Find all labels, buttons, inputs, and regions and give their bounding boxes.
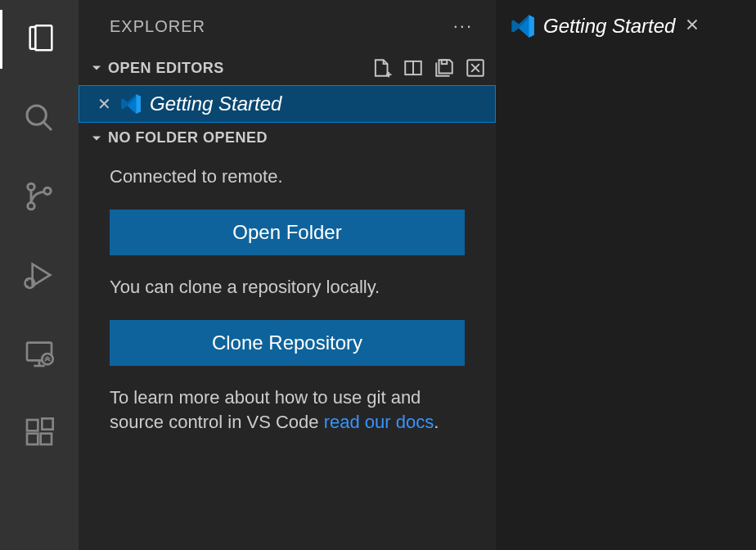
svg-rect-17 (41, 434, 52, 444)
close-icon[interactable]: ✕ (96, 94, 112, 114)
close-icon[interactable] (683, 16, 701, 37)
clone-repository-button[interactable]: Clone Repository (110, 320, 465, 366)
no-folder-header[interactable]: NO FOLDER OPENED (79, 124, 496, 151)
open-editor-label: Getting Started (150, 92, 281, 115)
new-untitled-file-icon[interactable] (371, 57, 393, 79)
chevron-down-icon (88, 130, 105, 147)
sidebar-title: EXPLORER (110, 17, 205, 36)
activity-run-debug[interactable] (0, 246, 79, 304)
open-folder-button[interactable]: Open Folder (110, 210, 465, 255)
activity-extensions[interactable] (0, 403, 79, 462)
svg-line-8 (25, 279, 28, 281)
activity-explorer[interactable] (0, 10, 79, 69)
sidebar-header: EXPLORER ··· (79, 0, 496, 52)
toggle-layout-icon[interactable] (403, 57, 424, 79)
activity-bar (0, 0, 79, 550)
clone-text: You can clone a repository locally. (110, 275, 465, 300)
svg-rect-16 (27, 434, 38, 444)
close-all-icon[interactable] (465, 57, 486, 79)
svg-point-3 (28, 183, 34, 190)
svg-rect-15 (27, 420, 38, 431)
activity-search[interactable] (0, 88, 79, 147)
svg-line-9 (25, 286, 28, 287)
chevron-down-icon (88, 60, 105, 76)
open-editors-label: OPEN EDITORS (108, 60, 368, 77)
svg-point-4 (28, 203, 34, 210)
no-folder-label: NO FOLDER OPENED (108, 129, 486, 147)
tab-bar: Getting Started (496, 0, 756, 52)
more-actions-icon[interactable]: ··· (453, 16, 473, 37)
open-editor-item[interactable]: ✕ Getting Started (79, 85, 496, 123)
welcome-content: Connected to remote. Open Folder You can… (79, 151, 496, 449)
svg-line-10 (31, 279, 34, 281)
tab-getting-started[interactable]: Getting Started (496, 0, 716, 52)
tab-label: Getting Started (543, 15, 675, 38)
activity-source-control[interactable] (0, 167, 79, 226)
svg-rect-18 (42, 418, 52, 429)
svg-point-5 (44, 187, 51, 194)
learn-text: To learn more about how to use git and s… (110, 385, 465, 436)
read-docs-link[interactable]: read our docs (324, 412, 434, 432)
save-all-icon[interactable] (434, 57, 455, 79)
open-editors-actions (371, 57, 486, 79)
vscode-icon (511, 14, 535, 38)
open-editors-header[interactable]: OPEN EDITORS (79, 52, 496, 83)
editor-area: Getting Started (496, 0, 756, 550)
svg-point-1 (27, 106, 46, 124)
vscode-icon (120, 93, 142, 115)
svg-rect-23 (442, 60, 448, 64)
explorer-sidebar: EXPLORER ··· OPEN EDITORS ✕ Getting Star… (79, 0, 496, 550)
activity-remote-explorer[interactable] (0, 324, 79, 383)
svg-line-2 (43, 122, 52, 130)
connected-text: Connected to remote. (110, 165, 465, 190)
svg-rect-0 (35, 25, 52, 50)
